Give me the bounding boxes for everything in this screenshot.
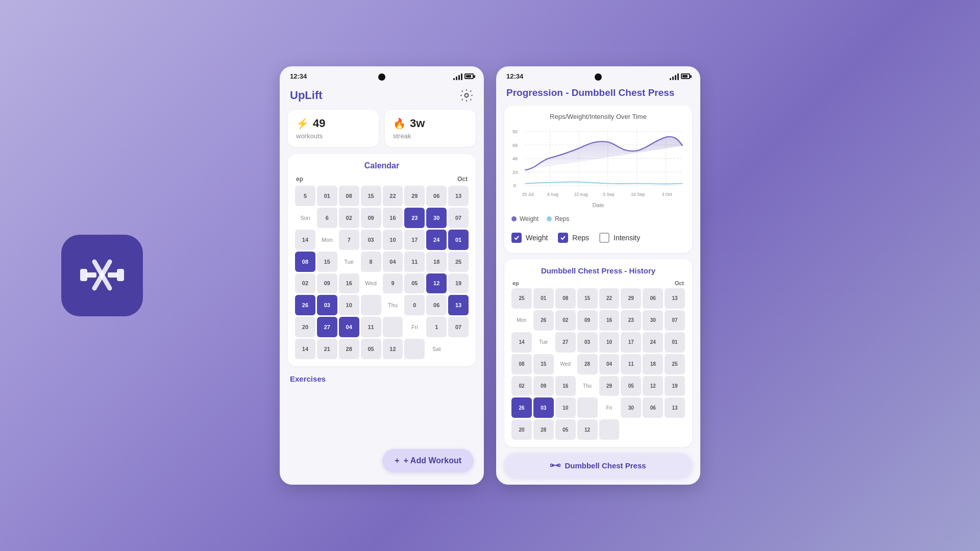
- history-cell[interactable]: 30: [621, 397, 641, 418]
- history-cell[interactable]: 18: [643, 354, 663, 374]
- dumbbell-chest-press-button[interactable]: Dumbbell Chest Press: [504, 453, 692, 478]
- history-cell[interactable]: 10: [555, 397, 576, 418]
- cal-cell[interactable]: 28: [339, 339, 359, 359]
- history-cell[interactable]: 29: [621, 288, 641, 309]
- history-cell[interactable]: 20: [511, 419, 532, 440]
- history-cell[interactable]: [599, 419, 620, 440]
- cal-cell[interactable]: 25: [448, 252, 469, 272]
- history-cell[interactable]: 06: [643, 288, 663, 309]
- cal-cell[interactable]: 05: [404, 273, 425, 294]
- cal-cell[interactable]: 0: [404, 295, 425, 315]
- cal-cell[interactable]: 02: [295, 273, 315, 294]
- history-cell[interactable]: 24: [643, 332, 663, 353]
- weight-checkbox-item[interactable]: Weight: [511, 233, 548, 243]
- cal-cell[interactable]: 22: [383, 186, 403, 206]
- history-cell[interactable]: 05: [621, 376, 641, 396]
- history-cell[interactable]: 03: [533, 397, 554, 418]
- history-cell[interactable]: 16: [599, 310, 620, 331]
- reps-checkbox[interactable]: [558, 233, 568, 243]
- cal-cell[interactable]: 08: [339, 186, 359, 206]
- cal-cell[interactable]: [361, 295, 381, 315]
- cal-cell[interactable]: 05: [361, 339, 381, 359]
- history-cell[interactable]: 10: [599, 332, 620, 353]
- history-cell[interactable]: 04: [599, 354, 620, 374]
- cal-cell[interactable]: [404, 339, 425, 359]
- history-cell[interactable]: 28: [577, 354, 598, 374]
- cal-cell[interactable]: 12: [383, 339, 403, 359]
- weight-checkbox[interactable]: [511, 233, 522, 243]
- cal-cell[interactable]: 18: [426, 252, 447, 272]
- cal-cell[interactable]: 04: [383, 252, 403, 272]
- history-cell[interactable]: 11: [621, 354, 641, 374]
- history-cell[interactable]: 01: [533, 288, 554, 309]
- history-cell[interactable]: 08: [555, 288, 576, 309]
- cal-cell[interactable]: 06: [426, 295, 447, 315]
- cal-cell[interactable]: 30: [426, 208, 447, 228]
- cal-cell[interactable]: 27: [317, 317, 337, 337]
- history-cell[interactable]: 26: [511, 397, 532, 418]
- settings-icon[interactable]: [459, 88, 474, 103]
- cal-cell[interactable]: 07: [448, 208, 469, 228]
- cal-cell[interactable]: 5: [295, 186, 315, 206]
- history-cell[interactable]: 06: [643, 397, 663, 418]
- cal-cell[interactable]: 13: [448, 186, 469, 206]
- history-cell[interactable]: 27: [555, 332, 576, 353]
- intensity-checkbox-item[interactable]: Intensity: [599, 233, 640, 243]
- cal-cell[interactable]: 24: [426, 230, 447, 250]
- cal-cell[interactable]: 29: [404, 186, 425, 206]
- cal-cell[interactable]: 6: [317, 208, 337, 228]
- history-cell[interactable]: 17: [621, 332, 641, 353]
- cal-cell[interactable]: 26: [295, 295, 315, 315]
- history-cell[interactable]: 07: [665, 310, 685, 331]
- cal-cell[interactable]: 04: [339, 317, 359, 337]
- cal-cell[interactable]: 02: [339, 208, 359, 228]
- cal-cell[interactable]: 09: [317, 273, 337, 294]
- cal-cell[interactable]: 06: [426, 186, 447, 206]
- history-cell[interactable]: 08: [511, 354, 532, 374]
- cal-cell[interactable]: 1: [426, 317, 447, 337]
- history-cell[interactable]: 14: [511, 332, 532, 353]
- history-cell[interactable]: 02: [555, 310, 576, 331]
- cal-cell[interactable]: 01: [317, 186, 337, 206]
- cal-cell[interactable]: 16: [383, 208, 403, 228]
- history-cell[interactable]: 09: [577, 310, 598, 331]
- reps-checkbox-item[interactable]: Reps: [558, 233, 589, 243]
- history-cell[interactable]: 29: [599, 376, 620, 396]
- cal-cell[interactable]: 8: [361, 252, 381, 272]
- history-cell[interactable]: 15: [533, 354, 554, 374]
- cal-cell[interactable]: 15: [317, 252, 337, 272]
- history-cell[interactable]: 30: [643, 310, 663, 331]
- cal-cell[interactable]: 10: [339, 295, 359, 315]
- history-cell[interactable]: 16: [555, 376, 576, 396]
- cal-cell[interactable]: 17: [404, 230, 425, 250]
- history-cell[interactable]: 12: [577, 419, 598, 440]
- cal-cell[interactable]: 16: [339, 273, 359, 294]
- cal-cell[interactable]: [383, 317, 403, 337]
- cal-cell[interactable]: 03: [361, 230, 381, 250]
- history-cell[interactable]: 03: [577, 332, 598, 353]
- cal-cell[interactable]: 9: [383, 273, 403, 294]
- history-cell[interactable]: 13: [665, 397, 685, 418]
- history-cell[interactable]: 15: [577, 288, 598, 309]
- add-workout-button[interactable]: + + Add Workout: [382, 449, 474, 472]
- history-cell[interactable]: 25: [511, 288, 532, 309]
- history-cell[interactable]: 23: [621, 310, 641, 331]
- cal-cell[interactable]: 14: [295, 339, 315, 359]
- history-cell[interactable]: 02: [511, 376, 532, 396]
- cal-cell[interactable]: 20: [295, 317, 315, 337]
- cal-cell[interactable]: 10: [383, 230, 403, 250]
- cal-cell[interactable]: 08: [295, 252, 315, 272]
- history-cell[interactable]: 25: [665, 354, 685, 374]
- cal-cell[interactable]: 11: [361, 317, 381, 337]
- history-cell[interactable]: 01: [665, 332, 685, 353]
- cal-cell[interactable]: 7: [339, 230, 359, 250]
- cal-cell[interactable]: 21: [317, 339, 337, 359]
- cal-cell[interactable]: 09: [361, 208, 381, 228]
- intensity-checkbox[interactable]: [599, 233, 609, 243]
- history-cell[interactable]: 28: [533, 419, 554, 440]
- history-cell[interactable]: 05: [555, 419, 576, 440]
- cal-cell[interactable]: 14: [295, 230, 315, 250]
- cal-cell[interactable]: 19: [448, 273, 469, 294]
- history-cell[interactable]: 22: [599, 288, 620, 309]
- cal-cell[interactable]: 13: [448, 295, 469, 315]
